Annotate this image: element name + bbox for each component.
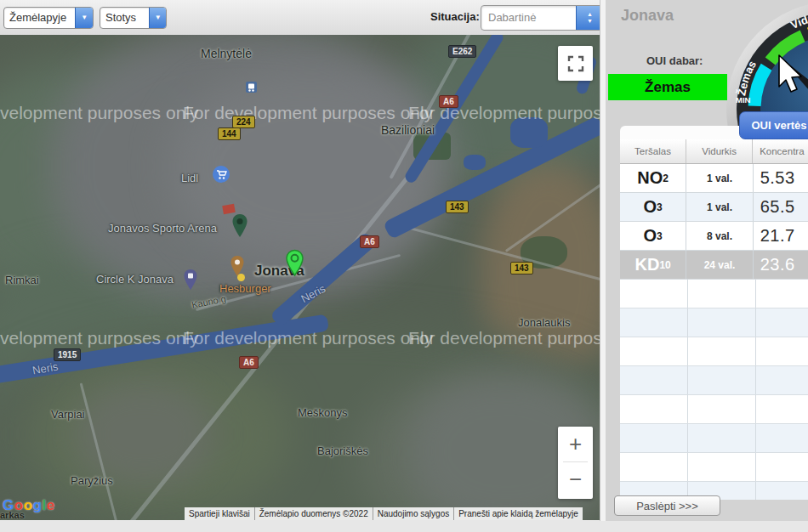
station-marker-pin[interactable] — [285, 249, 304, 277]
empty-table-row — [620, 308, 808, 337]
chevron-down-icon[interactable]: ▼ — [75, 8, 93, 28]
keyboard-shortcuts-link[interactable]: Spartieji klavišai — [185, 507, 254, 520]
google-logo[interactable]: Google — [3, 497, 55, 514]
pollutant-cell: KD10 — [620, 251, 686, 279]
chevron-down-icon[interactable]: ▼ — [149, 8, 166, 28]
map-data-text: Žemėlapio duomenys ©2022 — [254, 507, 373, 520]
road-badge-143: 143 — [510, 262, 533, 274]
pollutant-table: Teršalas Vidurkis Koncentra NO2 1 val. 5… — [620, 139, 808, 500]
average-cell: 1 val. — [686, 164, 753, 192]
road-badge-a6: A6 — [239, 356, 259, 369]
zoom-out-button[interactable]: − — [558, 462, 593, 497]
tab-oui-values[interactable]: OUI vertės — [739, 111, 808, 139]
poi-dot-icon — [237, 274, 245, 281]
situation-value: Dabartinė — [481, 6, 576, 30]
poi-label-lidl[interactable]: Lidl — [181, 172, 198, 184]
stations-value: Stotys — [100, 8, 149, 28]
station-title: Jonava — [621, 7, 674, 25]
zoom-in-button[interactable]: + — [558, 427, 593, 461]
pollutant-cell: O3 — [620, 222, 686, 250]
average-cell: 24 val. — [686, 251, 753, 279]
value-cell: 21.7 — [754, 222, 808, 250]
place-label: Jonalaukis — [518, 316, 570, 329]
poi-label-circle-k[interactable]: Circle K Jonava — [96, 273, 174, 286]
road-badge-144: 144 — [218, 127, 241, 140]
col-average: Vidurkis — [686, 139, 753, 163]
empty-table-row — [620, 366, 808, 395]
oui-now-label: OUI dabar: — [646, 54, 703, 67]
map-type-value: Žemėlapyje — [4, 8, 75, 28]
place-label: Bazilioniai — [381, 123, 435, 137]
google-letter: o — [14, 497, 24, 513]
toolbar: Žemėlapyje ▼ Stotys ▼ Situacija: Dabarti… — [0, 0, 600, 36]
oui-status-badge: Žemas — [608, 74, 727, 100]
google-letter: G — [3, 497, 14, 513]
air-quality-app: Žemėlapyje ▼ Stotys ▼ Situacija: Dabarti… — [0, 0, 808, 532]
table-row[interactable]: NO2 1 val. 5.53 — [620, 164, 808, 193]
value-cell: 23.6 — [754, 251, 808, 279]
table-row[interactable]: O3 8 val. 21.7 — [620, 222, 808, 251]
dev-watermark: velopment purposes only — [0, 103, 198, 123]
report-error-link[interactable]: Pranešti apie klaidą žemėlapyje — [453, 507, 583, 520]
map-attribution-bar: Spartieji klavišai Žemėlapio duomenys ©2… — [185, 507, 583, 520]
poi-label-hesburger[interactable]: Hesburger — [219, 282, 271, 295]
empty-table-row — [620, 280, 808, 308]
map-type-dropdown[interactable]: Žemėlapyje ▼ — [3, 7, 94, 29]
place-label: Paryžius — [71, 474, 113, 487]
col-pollutant: Teršalas — [620, 139, 686, 163]
place-label: Varpiai — [51, 408, 85, 421]
road-badge-224: 224 — [232, 116, 255, 128]
google-letter: g — [33, 497, 43, 513]
map-canvas[interactable]: velopment purposes only For development … — [0, 35, 600, 520]
station-panel: Jonava Žemas Vidutinis — [606, 0, 808, 521]
place-label: Melnytėlė — [201, 47, 252, 60]
spinner-up-icon[interactable]: ▲ — [587, 11, 593, 18]
sporto-arena-pin-icon[interactable] — [231, 213, 248, 238]
average-cell: 8 val. — [686, 222, 753, 250]
dev-watermark: velopment purposes only — [0, 328, 198, 348]
place-label: Bajoriškės — [317, 444, 368, 457]
dev-watermark: For development purposes only — [408, 103, 600, 123]
place-label: Meškonys — [298, 406, 348, 419]
dev-watermark: For development purposes only — [408, 328, 600, 348]
value-cell: 5.53 — [754, 164, 808, 192]
situation-label: Situacija: — [430, 10, 480, 23]
train-station-icon[interactable] — [246, 82, 257, 93]
map-urban-patch — [77, 383, 213, 485]
empty-table-row — [620, 337, 808, 366]
road-badge-a6: A6 — [360, 235, 379, 248]
zoom-control: + − — [558, 427, 593, 499]
oui-gauge: Žemas Vidutinis MIN — [725, 0, 808, 126]
road-badge-1915: 1915 — [54, 348, 81, 361]
col-concentration: Koncentra — [753, 139, 808, 163]
table-row[interactable]: O3 1 val. 65.5 — [620, 193, 808, 222]
dev-watermark: For development purposes only — [183, 103, 433, 123]
terms-link[interactable]: Naudojimo sąlygos — [373, 507, 454, 520]
fullscreen-button[interactable] — [558, 46, 593, 81]
spinner-down-icon[interactable]: ▼ — [587, 18, 593, 25]
google-letter: e — [47, 497, 55, 513]
lidl-store-icon[interactable] — [213, 166, 230, 183]
river-pond — [464, 155, 486, 170]
average-cell: 1 val. — [686, 193, 753, 221]
road-badge-143: 143 — [446, 201, 469, 213]
pollutant-cell: O3 — [620, 193, 686, 221]
road-badge-a6: A6 — [439, 95, 458, 108]
gauge-label-min: MIN — [736, 95, 751, 105]
circle-k-pin-icon[interactable] — [183, 269, 198, 291]
situation-select[interactable]: Dabartinė ▲ ▼ — [481, 5, 604, 31]
empty-table-row — [620, 424, 808, 453]
value-cell: 65.5 — [754, 193, 808, 221]
empty-table-row — [620, 453, 808, 482]
road-badge-e262: E262 — [448, 45, 476, 58]
place-label: Rimkai — [5, 274, 39, 286]
empty-table-row — [620, 395, 808, 424]
google-letter: o — [24, 497, 33, 513]
fullscreen-icon — [566, 54, 585, 73]
table-header: Teršalas Vidurkis Koncentra — [620, 139, 808, 164]
dev-watermark: For development purposes only — [183, 328, 433, 348]
stations-dropdown[interactable]: Stotys ▼ — [100, 7, 167, 29]
hide-panel-button[interactable]: Paslėpti >>> — [614, 495, 720, 516]
table-row-selected[interactable]: KD10 24 val. 23.6 — [620, 251, 808, 280]
poi-label-sporto-arena[interactable]: Jonavos Sporto Arena — [108, 222, 217, 235]
